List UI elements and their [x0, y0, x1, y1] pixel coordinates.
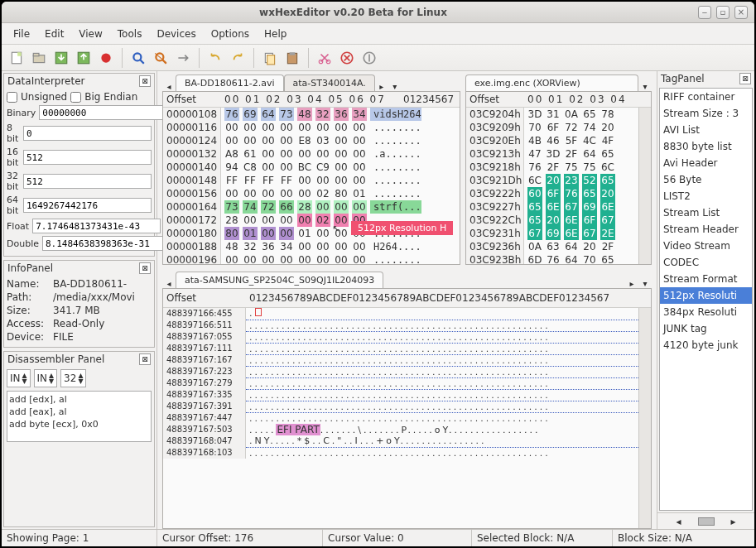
tab-prev-icon[interactable]: ◂ — [162, 82, 176, 91]
float-input[interactable] — [32, 219, 161, 233]
double-input[interactable] — [42, 236, 171, 251]
tag-item[interactable]: Video Stream — [660, 238, 752, 254]
list-item: add byte [ecx], 0x0 — [9, 418, 149, 430]
tab-active-right[interactable]: exe.img.enc (XORView) — [465, 75, 638, 91]
tag-item[interactable]: JUNK tag — [660, 320, 752, 337]
scrollbar[interactable] — [638, 308, 651, 528]
menu-help[interactable]: Help — [258, 26, 293, 42]
ascii-cols-header: 01234567 — [403, 94, 460, 105]
tag-item[interactable]: 512px Resoluti — [660, 287, 752, 304]
tab-active-bottom[interactable]: ata-SAMSUNG_SP2504C_S09QJ1IL204093 — [176, 272, 383, 288]
tab-dropdown-icon[interactable]: ▾ — [388, 82, 402, 91]
new-file-icon[interactable] — [7, 48, 26, 68]
32bit-input[interactable] — [23, 174, 152, 189]
copy-icon[interactable] — [260, 48, 280, 68]
scrollbar[interactable] — [638, 108, 651, 264]
tag-item[interactable]: 8830 byte list — [660, 138, 752, 155]
tab-next-icon[interactable]: ▸ — [625, 279, 638, 288]
bigendian-checkbox[interactable] — [70, 92, 81, 103]
bigendian-label: Big Endian — [84, 91, 137, 103]
open-file-icon[interactable] — [29, 48, 49, 68]
status-cursor-value: Cursor Value: 0 — [323, 530, 472, 546]
menu-edit[interactable]: Edit — [38, 26, 70, 42]
goto-icon[interactable] — [173, 48, 193, 68]
panel-title: DataInterpreter — [7, 75, 139, 87]
list-item: add [edx], al — [9, 393, 149, 406]
offset-header: Offset — [163, 94, 224, 105]
list-item: add [eax], al — [9, 406, 149, 418]
menu-view[interactable]: View — [72, 26, 108, 42]
redo-icon[interactable] — [228, 48, 248, 68]
tag-item[interactable]: Stream List — [660, 204, 752, 221]
titlebar: wxHexEditor v0.20 Beta for Linux ‒ ▫ × — [2, 2, 754, 23]
tab-dropdown-icon[interactable]: ▾ — [638, 279, 652, 288]
16bit-input[interactable] — [23, 150, 152, 165]
tag-item[interactable]: Stream Format — [660, 271, 752, 287]
record-icon[interactable] — [96, 48, 116, 68]
panel-title: Disassembler Panel — [7, 353, 139, 365]
search-replace-icon[interactable] — [151, 48, 171, 68]
menu-options[interactable]: Options — [205, 26, 256, 42]
data-interpreter-panel: DataInterpreter⊠ Unsigned Big Endian Bin… — [3, 73, 155, 257]
menu-devices[interactable]: Devices — [150, 26, 202, 42]
svg-rect-3 — [33, 53, 39, 55]
panel-title: TagPanel — [661, 73, 739, 84]
save-as-icon[interactable] — [74, 48, 94, 68]
close-icon[interactable]: ⊠ — [139, 353, 151, 365]
64bit-input[interactable] — [23, 198, 152, 213]
tab-active-left[interactable]: BA-DD180611-2.avi — [176, 75, 284, 91]
status-blocksize: Block Size: N/A — [613, 530, 697, 546]
maximize-button[interactable]: ▫ — [716, 6, 730, 19]
tag-item[interactable]: 384px Resoluti — [660, 304, 752, 320]
tag-item[interactable]: AVI List — [660, 122, 752, 138]
svg-rect-14 — [290, 52, 296, 55]
delete-icon[interactable] — [337, 48, 357, 68]
tag-list[interactable]: RIFF containerStream Size : 3AVI List883… — [659, 88, 753, 511]
tab-dropdown-icon[interactable]: ▾ — [638, 82, 652, 91]
tag-item[interactable]: Stream Header — [660, 221, 752, 238]
binary-input[interactable] — [39, 105, 167, 120]
cursor-icon: ↖ — [332, 224, 339, 234]
tag-item[interactable]: LIST2 — [660, 188, 752, 204]
menu-tools[interactable]: Tools — [111, 26, 149, 42]
tag-scrollbar[interactable]: ◂▸ — [657, 512, 754, 529]
unsigned-checkbox[interactable] — [7, 92, 17, 103]
8bit-input[interactable] — [23, 126, 152, 141]
close-icon[interactable]: ⊠ — [139, 262, 151, 274]
menubar: File Edit View Tools Devices Options Hel… — [2, 23, 754, 45]
close-button[interactable]: × — [734, 6, 748, 19]
insert-icon[interactable] — [359, 48, 379, 68]
info-panel: InfoPanel⊠ Name:BA-DD180611- Path:/media… — [3, 260, 155, 348]
paste-icon[interactable] — [282, 48, 302, 68]
disasm-list[interactable]: add [edx], al add [eax], al add byte [ec… — [7, 391, 152, 442]
tag-item[interactable]: RIFF container — [660, 89, 752, 105]
hex-pane-right[interactable]: Offset 00 01 02 03 04 03C9204h3D310A6578… — [465, 91, 652, 265]
unsigned-label: Unsigned — [21, 91, 67, 103]
tag-item[interactable]: CODEC — [660, 254, 752, 271]
svg-line-8 — [140, 60, 144, 64]
tag-item[interactable]: Avi Header — [660, 155, 752, 171]
menu-file[interactable]: File — [7, 26, 36, 42]
disasm-select-1[interactable]: IN▴▾ — [7, 369, 31, 387]
tab-prev-icon[interactable]: ◂ — [162, 279, 176, 288]
disasm-select-3[interactable]: 32▴▾ — [60, 369, 86, 387]
hex-cols-header: 00 01 02 03 04 — [527, 94, 651, 105]
svg-rect-1 — [17, 52, 22, 56]
hex-pane-left[interactable]: Offset 00 01 02 03 04 05 06 07 01234567 … — [162, 91, 460, 265]
close-icon[interactable]: ⊠ — [139, 75, 151, 87]
cut-icon[interactable] — [315, 48, 335, 68]
svg-rect-12 — [267, 55, 275, 64]
disasm-select-2[interactable]: IN▴▾ — [34, 369, 58, 387]
tag-item[interactable]: 56 Byte — [660, 171, 752, 188]
hex-cols-header: 00 01 02 03 04 05 06 07 — [224, 94, 403, 105]
tag-item[interactable]: Stream Size : 3 — [660, 105, 752, 122]
minimize-button[interactable]: ‒ — [698, 6, 711, 19]
save-icon[interactable] — [51, 48, 71, 68]
search-icon[interactable] — [128, 48, 148, 68]
undo-icon[interactable] — [205, 48, 225, 68]
close-icon[interactable]: ⊠ — [739, 73, 751, 84]
tab-other-left[interactable]: ata-ST340014A. — [284, 75, 375, 91]
tag-item[interactable]: 4120 byte junk — [660, 337, 752, 353]
hex-pane-bottom[interactable]: Offset 0123456789ABCDEF0123456789ABCDEF0… — [162, 288, 652, 529]
tab-next-icon[interactable]: ▸ — [375, 82, 388, 91]
